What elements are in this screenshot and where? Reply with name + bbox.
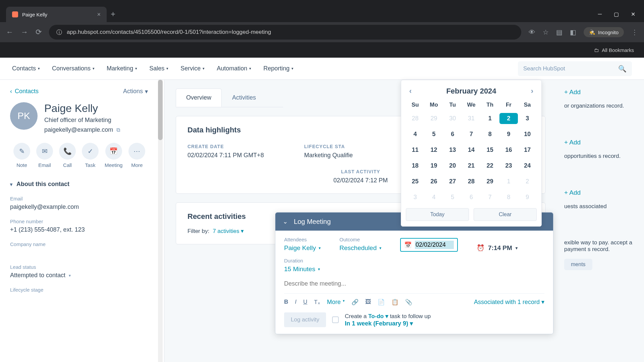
snippet-icon[interactable]: 📄 [378,299,385,306]
all-bookmarks-link[interactable]: All Bookmarks [602,47,634,53]
calendar-day[interactable]: 28 [406,113,425,124]
chrome-menu-icon[interactable]: ⋮ [631,28,638,36]
close-window-icon[interactable]: ✕ [631,11,635,17]
calendar-day[interactable]: 29 [425,113,443,124]
address-bar[interactable]: ⓘ app.hubspot.com/contacts/45105500/reco… [49,25,521,40]
calendar-day[interactable]: 31 [462,113,481,124]
browser-tab[interactable]: Paige Kelly × [6,7,107,22]
calendar-day[interactable]: 12 [425,144,443,156]
nav-service[interactable]: Service▾ [180,65,205,72]
maximize-icon[interactable]: ▢ [614,11,619,17]
copy-icon[interactable]: ⧉ [116,127,120,133]
calendar-day[interactable]: 28 [462,176,481,187]
next-month-button[interactable]: › [531,87,533,96]
tab-overview[interactable]: Overview [176,88,222,107]
more-format-dropdown[interactable]: More▾ [327,299,345,306]
calendar-day[interactable]: 24 [518,160,537,171]
incognito-badge[interactable]: 🕵 Incognito [584,27,624,37]
bookmark-star-icon[interactable]: ☆ [543,28,549,36]
email-button[interactable]: ✉Email [36,143,53,168]
note-button[interactable]: ✎Note [13,143,30,168]
add-ticket-button[interactable]: + Add [564,189,637,196]
calendar-day[interactable]: 6 [462,192,481,203]
nav-conversations[interactable]: Conversations▾ [52,65,95,72]
phone-field[interactable]: +1 (213) 555-4087, ext. 123 [10,226,154,233]
attendees-dropdown[interactable]: Paige Kelly▾ [284,244,321,252]
calendar-day[interactable]: 7 [481,192,499,203]
date-input[interactable]: 📅 [400,238,458,252]
calendar-day[interactable]: 16 [499,144,518,156]
lead-status-select[interactable]: Attempted to contact▾ [10,272,154,279]
search-input[interactable]: Search HubSpot 🔍 [518,61,632,76]
calendar-day[interactable]: 9 [499,129,518,140]
calendar-day[interactable]: 26 [425,176,443,187]
todo-checkbox[interactable] [332,316,339,323]
link-icon[interactable]: 🔗 [352,299,359,306]
associated-dropdown[interactable]: Associated with 1 record ▾ [474,298,544,306]
close-tab-icon[interactable]: × [97,11,101,18]
reading-list-icon[interactable]: ▤ [556,28,562,36]
calendar-day[interactable]: 5 [443,192,462,203]
forward-icon[interactable]: → [21,28,28,37]
calendar-day[interactable]: 8 [499,192,518,203]
calendar-day[interactable]: 27 [443,176,462,187]
nav-sales[interactable]: Sales▾ [149,65,168,72]
email-field[interactable]: paigekelly@example.com [10,203,154,210]
calendar-day[interactable]: 5 [425,129,443,140]
calendar-day[interactable]: 21 [462,160,481,171]
calendar-day[interactable]: 4 [425,192,443,203]
image-icon[interactable]: 🖼 [365,299,371,305]
calendar-day[interactable]: 29 [481,176,499,187]
side-panel-icon[interactable]: ◧ [570,28,576,36]
calendar-day[interactable]: 17 [518,144,537,156]
nav-automation[interactable]: Automation▾ [217,65,251,72]
calendar-day[interactable]: 2 [499,113,518,124]
back-icon[interactable]: ← [6,28,13,37]
calendar-day[interactable]: 6 [443,129,462,140]
task-button[interactable]: ✓Task [82,143,99,168]
prev-month-button[interactable]: ‹ [409,87,412,96]
calendar-day[interactable]: 23 [499,160,518,171]
time-dropdown[interactable]: ⏰ 7:14 PM▾ [477,244,518,252]
followup-date-dropdown[interactable]: In 1 week (February 9) ▾ [345,320,431,327]
date-field[interactable] [415,241,454,249]
calendar-day[interactable]: 1 [481,113,499,124]
today-button[interactable]: Today [406,208,469,221]
calendar-day[interactable]: 4 [406,129,425,140]
doc-icon[interactable]: 📋 [391,299,398,306]
attach-icon[interactable]: 📎 [405,299,412,306]
calendar-day[interactable]: 19 [425,160,443,171]
more-button[interactable]: ⋯More [128,143,145,168]
site-info-icon[interactable]: ⓘ [56,28,62,36]
duration-dropdown[interactable]: 15 Minutes▾ [284,265,544,273]
todo-type-dropdown[interactable]: To-do ▾ [368,313,388,319]
minimize-icon[interactable]: ─ [598,11,602,17]
actions-dropdown[interactable]: Actions▾ [123,88,148,95]
calendar-day[interactable]: 18 [406,160,425,171]
description-input[interactable] [284,280,544,287]
calendar-day[interactable]: 14 [462,144,481,156]
calendar-day[interactable]: 20 [443,160,462,171]
payments-pill[interactable]: ments [564,259,592,270]
calendar-day[interactable]: 3 [406,192,425,203]
tab-activities[interactable]: Activities [222,88,266,107]
calendar-day[interactable]: 9 [518,192,537,203]
italic-icon[interactable]: I [295,299,297,305]
calendar-day[interactable]: 15 [481,144,499,156]
calendar-day[interactable]: 22 [481,160,499,171]
calendar-day[interactable]: 2 [518,176,537,187]
log-activity-button[interactable]: Log activity [284,312,326,327]
nav-contacts[interactable]: Contacts▾ [12,65,40,72]
new-tab-button[interactable]: + [111,9,115,19]
calendar-day[interactable]: 13 [443,144,462,156]
calendar-day[interactable]: 1 [499,176,518,187]
clear-format-icon[interactable]: Tₓ [314,299,320,306]
calendar-day[interactable]: 11 [406,144,425,156]
nav-marketing[interactable]: Marketing▾ [107,65,137,72]
call-button[interactable]: 📞Call [59,143,76,168]
eye-off-icon[interactable]: 👁 [529,28,535,36]
calendar-day[interactable]: 30 [443,113,462,124]
filter-dropdown[interactable]: 7 activities ▾ [213,228,244,235]
add-company-button[interactable]: + Add [564,88,637,96]
add-deal-button[interactable]: + Add [564,139,637,146]
